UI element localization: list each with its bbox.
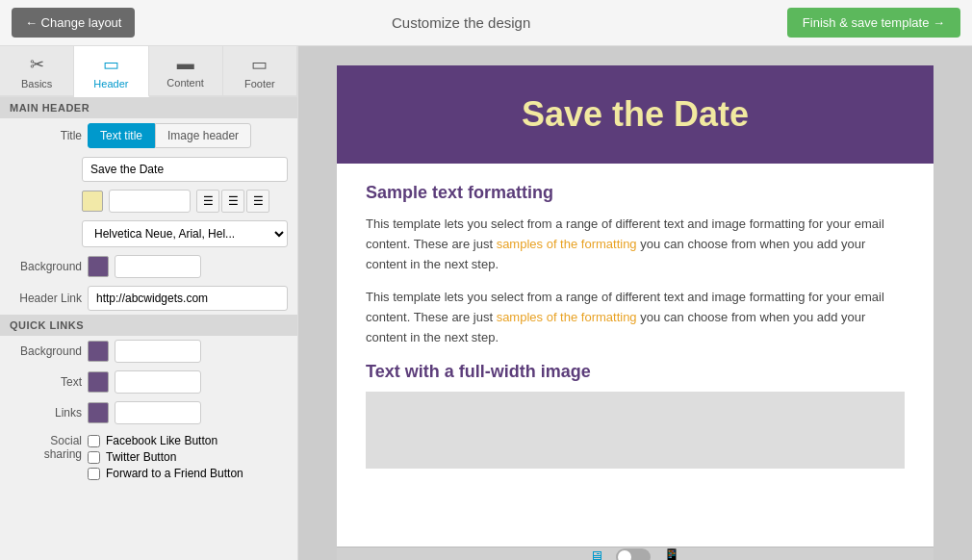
tab-bar: ✂ Basics ▭ Header ▬ Content ▭ Footer	[0, 46, 297, 97]
forward-label: Forward to a Friend Button	[106, 467, 243, 480]
body-paragraph-2: This template lets you select from a ran…	[366, 288, 905, 347]
preview-area: Save the Date Sample text formatting Thi…	[298, 46, 972, 560]
email-header: Save the Date	[337, 65, 934, 164]
align-left-btn[interactable]: ☰	[196, 190, 219, 213]
body-link-1: samples of the formatting	[497, 237, 637, 251]
social-sharing-row: Social sharing Facebook Like Button Twit…	[0, 428, 297, 484]
body-paragraph-1: This template lets you select from a ran…	[366, 215, 905, 274]
title-text-row	[0, 153, 297, 186]
ql-text-label: Text	[10, 375, 82, 389]
ql-text-swatch[interactable]	[88, 371, 109, 393]
header-link-row: Header Link	[0, 282, 297, 315]
content-icon: ▬	[177, 54, 194, 74]
social-item-twitter: Twitter Button	[88, 450, 243, 464]
footer-icon: ▭	[251, 54, 268, 75]
tab-header-label: Header	[93, 78, 128, 89]
font-select[interactable]: Helvetica Neue, Arial, Hel...	[82, 220, 288, 247]
tab-content[interactable]: ▬ Content	[149, 46, 223, 95]
social-item-forward: Forward to a Friend Button	[88, 467, 243, 480]
ql-background-row: Background 694F80	[0, 336, 297, 367]
align-right-btn[interactable]: ☰	[246, 190, 269, 213]
ql-background-swatch[interactable]	[88, 341, 109, 362]
bottom-controls: 🖥 📱	[337, 547, 934, 560]
image-placeholder	[366, 392, 905, 469]
ql-links-row: Links 694F80	[0, 397, 297, 428]
tab-basics[interactable]: ✂ Basics	[0, 46, 74, 95]
mobile-icon[interactable]: 📱	[662, 547, 681, 560]
device-toggle[interactable]	[616, 548, 651, 561]
text-title-btn[interactable]: Text title	[88, 123, 155, 148]
body-link-2: samples of the formatting	[497, 310, 637, 324]
ql-background-label: Background	[10, 344, 82, 358]
header-link-label: Header Link	[10, 292, 82, 305]
ql-background-input[interactable]: 694F80	[115, 340, 201, 363]
ql-links-swatch[interactable]	[88, 402, 109, 423]
email-body: Sample text formatting This template let…	[337, 164, 934, 488]
social-sharing-label: Social sharing	[10, 434, 82, 461]
background-row: Background 694F80	[0, 251, 297, 282]
tab-footer[interactable]: ▭ Footer	[223, 46, 297, 95]
twitter-checkbox[interactable]	[88, 451, 100, 464]
title-label: Title	[10, 129, 82, 142]
facebook-checkbox[interactable]	[88, 435, 100, 447]
align-buttons: ☰ ☰ ☰	[196, 190, 269, 213]
social-items-list: Facebook Like Button Twitter Button Forw…	[88, 434, 243, 480]
tab-footer-label: Footer	[244, 78, 275, 89]
text-color-input[interactable]: F2E9A8	[109, 190, 191, 213]
header-link-input[interactable]	[88, 286, 288, 311]
tab-header[interactable]: ▭ Header	[74, 46, 148, 97]
facebook-label: Facebook Like Button	[106, 434, 217, 447]
image-header-btn[interactable]: Image header	[155, 123, 251, 148]
basics-icon: ✂	[30, 54, 44, 75]
left-panel: ✂ Basics ▭ Header ▬ Content ▭ Footer MAI…	[0, 46, 298, 560]
change-layout-button[interactable]: ← Change layout	[12, 8, 135, 38]
page-title: Customize the design	[392, 14, 530, 31]
align-center-btn[interactable]: ☰	[221, 190, 244, 213]
title-text-input[interactable]	[82, 157, 288, 182]
background-color-swatch[interactable]	[88, 256, 109, 277]
font-row: Helvetica Neue, Arial, Hel...	[0, 216, 297, 251]
color-align-row: F2E9A8 ☰ ☰ ☰	[0, 186, 297, 216]
ql-links-label: Links	[10, 406, 82, 420]
twitter-label: Twitter Button	[106, 450, 176, 464]
email-preview: Save the Date Sample text formatting Thi…	[337, 65, 934, 547]
background-label: Background	[10, 260, 82, 273]
background-color-input[interactable]: 694F80	[115, 255, 201, 278]
finish-save-button[interactable]: Finish & save template →	[787, 8, 960, 38]
ql-text-input[interactable]: 694F80	[115, 370, 201, 394]
main-header-section-label: MAIN HEADER	[0, 97, 297, 118]
tab-content-label: Content	[166, 77, 204, 89]
text-color-swatch[interactable]	[82, 191, 103, 212]
sample-heading: Sample text formatting	[366, 183, 905, 203]
ql-links-input[interactable]: 694F80	[115, 401, 201, 424]
email-header-title: Save the Date	[356, 94, 914, 135]
social-item-facebook: Facebook Like Button	[88, 434, 243, 447]
header-icon: ▭	[103, 54, 119, 75]
title-row: Title Text title Image header	[0, 118, 297, 153]
quick-links-section-label: QUICK LINKS	[0, 315, 297, 336]
title-toggle: Text title Image header	[88, 123, 251, 148]
desktop-icon[interactable]: 🖥	[589, 548, 604, 561]
forward-checkbox[interactable]	[88, 468, 100, 480]
section-title: Text with a full-width image	[366, 362, 905, 382]
tab-basics-label: Basics	[21, 78, 52, 89]
ql-text-row: Text 694F80	[0, 367, 297, 397]
